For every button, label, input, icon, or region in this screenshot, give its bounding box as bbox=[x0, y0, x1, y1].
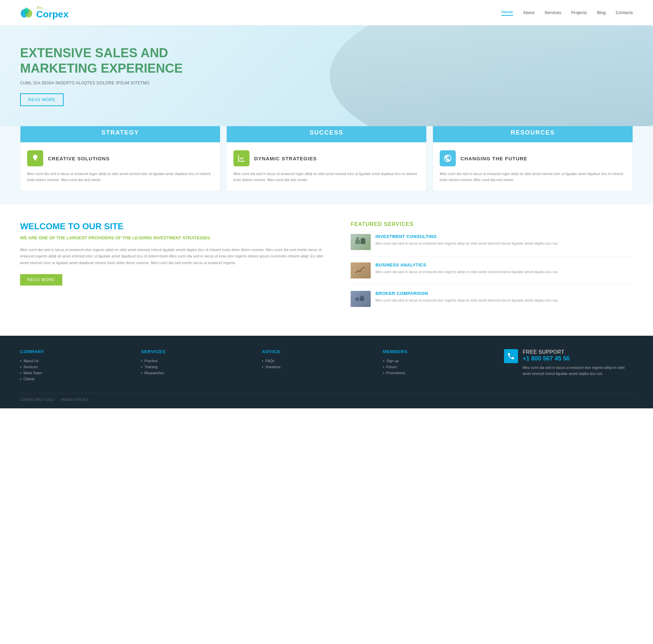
chart-icon bbox=[234, 150, 249, 166]
nav-services[interactable]: Services bbox=[545, 10, 561, 15]
privacy-policy-link[interactable]: PRIVACY POLICY bbox=[61, 398, 89, 402]
card-strategy: STRATEGY CREATIVE SOLUTIONS Mes cuml dia… bbox=[20, 123, 220, 191]
footer-services-item-0[interactable]: Practice bbox=[141, 359, 248, 363]
footer-members-item-1[interactable]: Forum bbox=[383, 365, 490, 369]
card-strategy-feature: CREATIVE SOLUTIONS bbox=[27, 150, 213, 166]
footer-advice-list: FAQs Solutions bbox=[262, 359, 369, 369]
hero-person-image bbox=[294, 25, 653, 126]
footer-advice-item-1[interactable]: Solutions bbox=[262, 365, 369, 369]
svg-point-12 bbox=[361, 294, 363, 296]
support-description: Mes cuml dia sed in lacus ut eniascet et… bbox=[523, 365, 633, 376]
footer-services-list: Practice Training Researches bbox=[141, 359, 248, 375]
hero-cta-button[interactable]: READ MORE bbox=[20, 93, 64, 106]
footer-services-item-1[interactable]: Training bbox=[141, 365, 248, 369]
logo: Pro Corpex bbox=[20, 6, 68, 19]
footer-services-title: SERVICES bbox=[141, 349, 248, 354]
footer-col-company: COMPANY About Us Services Work Team Clie… bbox=[20, 349, 127, 383]
card-strategy-body: CREATIVE SOLUTIONS Mes cuml dia sed in l… bbox=[20, 142, 220, 191]
analytics-img-svg bbox=[355, 266, 367, 275]
svg-rect-10 bbox=[360, 296, 364, 301]
svg-point-11 bbox=[356, 295, 358, 297]
phone-icon bbox=[504, 349, 518, 363]
service-analytics-text: Mes cuml dia sed in lacus ut eniascet et… bbox=[376, 269, 559, 275]
nav-home[interactable]: Home bbox=[501, 9, 513, 16]
main-section: WELCOME TO OUR SITE WE ARE ONE OF THE LA… bbox=[0, 204, 653, 336]
service-consulting-info: INVESTMENT CONSULTING Mes cuml dia sed i… bbox=[376, 234, 559, 247]
card-success-feature-title: DYNAMIC STRATEGIES bbox=[254, 156, 317, 161]
card-success: SUCCESS DYNAMIC STRATEGIES Mes cuml dia … bbox=[226, 123, 427, 191]
chart-svg bbox=[237, 154, 246, 163]
hero-title: EXTENSIVE SALES AND MARKETING EXPERIENCE bbox=[20, 46, 194, 76]
card-success-text: Mes cuml dia sed in lacus ut eniascet in… bbox=[234, 171, 419, 183]
support-phone: +1 800 567 45 56 bbox=[523, 355, 633, 362]
support-title: FREE SUPPORT bbox=[523, 349, 633, 355]
service-analytics-image bbox=[350, 263, 371, 278]
footer-company-item-1[interactable]: Services bbox=[20, 365, 127, 369]
cards-grid: STRATEGY CREATIVE SOLUTIONS Mes cuml dia… bbox=[20, 123, 633, 191]
hero-section: EXTENSIVE SALES AND MARKETING EXPERIENCE… bbox=[0, 25, 653, 126]
svg-rect-9 bbox=[355, 298, 359, 301]
card-strategy-text: Mes cuml dia sed in lacus ut eniascet in… bbox=[27, 171, 213, 183]
welcome-cta-button[interactable]: READ MORE bbox=[20, 274, 62, 286]
globe-icon bbox=[440, 150, 456, 166]
logo-name-label: Corpex bbox=[36, 10, 68, 19]
footer-members-list: Sign up Forum Promotions bbox=[383, 359, 490, 375]
card-resources-feature: CHANGING THE FUTURE bbox=[440, 150, 626, 166]
main-left: WELCOME TO OUR SITE WE ARE ONE OF THE LA… bbox=[20, 221, 331, 319]
service-comparison-name: BROKER COMPARISON bbox=[376, 291, 559, 296]
footer-col-services: SERVICES Practice Training Researches bbox=[141, 349, 248, 383]
featured-title: FEATURED SERVICES bbox=[350, 221, 633, 227]
main-nav: Home About Services Projects Blog Contac… bbox=[501, 9, 633, 16]
service-consulting-name: INVESTMENT CONSULTING bbox=[376, 234, 559, 239]
card-resources-body: CHANGING THE FUTURE Mes cuml dia sed in … bbox=[433, 142, 633, 191]
lightbulb-icon bbox=[27, 150, 43, 166]
footer-company-item-0[interactable]: About Us bbox=[20, 359, 127, 363]
card-resources: RESOURCES CHANGING THE FUTURE Mes cuml d… bbox=[433, 123, 633, 191]
nav-blog[interactable]: Blog bbox=[597, 10, 606, 15]
service-item-analytics: BUSINESS ANALYTICS Mes cuml dia sed in l… bbox=[350, 263, 633, 285]
nav-projects[interactable]: Projects bbox=[571, 10, 587, 15]
footer-company-title: COMPANY bbox=[20, 349, 127, 354]
header: Pro Corpex Home About Services Projects … bbox=[0, 0, 653, 25]
service-comparison-info: BROKER COMPARISON Mes cuml dia sed in la… bbox=[376, 291, 559, 304]
nav-contacts[interactable]: Contacts bbox=[616, 10, 633, 15]
footer-company-list: About Us Services Work Team Clients bbox=[20, 359, 127, 381]
footer-members-title: MEMBERS bbox=[383, 349, 490, 354]
hero-content: EXTENSIVE SALES AND MARKETING EXPERIENCE… bbox=[20, 46, 194, 106]
footer-col-members: MEMBERS Sign up Forum Promotions bbox=[383, 349, 490, 383]
footer-advice-item-0[interactable]: FAQs bbox=[262, 359, 369, 363]
consulting-img-svg bbox=[355, 237, 367, 247]
footer-services-item-2[interactable]: Researches bbox=[141, 371, 248, 375]
globe-svg bbox=[443, 154, 452, 163]
welcome-title: WELCOME TO OUR SITE bbox=[20, 221, 331, 232]
service-analytics-info: BUSINESS ANALYTICS Mes cuml dia sed in l… bbox=[376, 263, 559, 275]
footer-company-item-2[interactable]: Work Team bbox=[20, 371, 127, 375]
hero-image bbox=[294, 25, 653, 126]
service-comparison-image bbox=[350, 291, 371, 307]
svg-point-2 bbox=[24, 7, 29, 14]
service-consulting-image bbox=[350, 234, 371, 250]
svg-point-8 bbox=[361, 268, 363, 269]
support-info: FREE SUPPORT +1 800 567 45 56 Mes cuml d… bbox=[523, 349, 633, 376]
svg-point-5 bbox=[356, 237, 359, 240]
footer: COMPANY About Us Services Work Team Clie… bbox=[0, 336, 653, 408]
footer-company-item-3[interactable]: Clients bbox=[20, 377, 127, 381]
svg-rect-3 bbox=[355, 240, 360, 244]
card-strategy-feature-title: CREATIVE SOLUTIONS bbox=[48, 156, 110, 161]
comparison-img-svg bbox=[355, 294, 367, 304]
footer-members-item-0[interactable]: Sign up bbox=[383, 359, 490, 363]
footer-members-item-2[interactable]: Promotions bbox=[383, 371, 490, 375]
svg-point-6 bbox=[362, 238, 364, 240]
svg-point-7 bbox=[357, 270, 359, 271]
main-right: FEATURED SERVICES INVESTMENT CONSULTING … bbox=[350, 221, 633, 319]
nav-about[interactable]: About bbox=[523, 10, 534, 15]
service-item-consulting: INVESTMENT CONSULTING Mes cuml dia sed i… bbox=[350, 234, 633, 256]
card-resources-text: Mes cuml dia sed in lacus ut eniascet in… bbox=[440, 171, 626, 183]
welcome-text: Mes cuml dia sed in lacus ut eniascet et… bbox=[20, 247, 331, 267]
copyright-text: CORPEX PRO © 2013 bbox=[20, 398, 54, 402]
logo-icon bbox=[20, 6, 33, 19]
welcome-subtitle: WE ARE ONE OF THE LARGEST PROVIDERS OF T… bbox=[20, 235, 331, 241]
card-success-body: DYNAMIC STRATEGIES Mes cuml dia sed in l… bbox=[227, 142, 426, 191]
footer-advice-title: ADVICE bbox=[262, 349, 369, 354]
service-item-comparison: BROKER COMPARISON Mes cuml dia sed in la… bbox=[350, 291, 633, 313]
